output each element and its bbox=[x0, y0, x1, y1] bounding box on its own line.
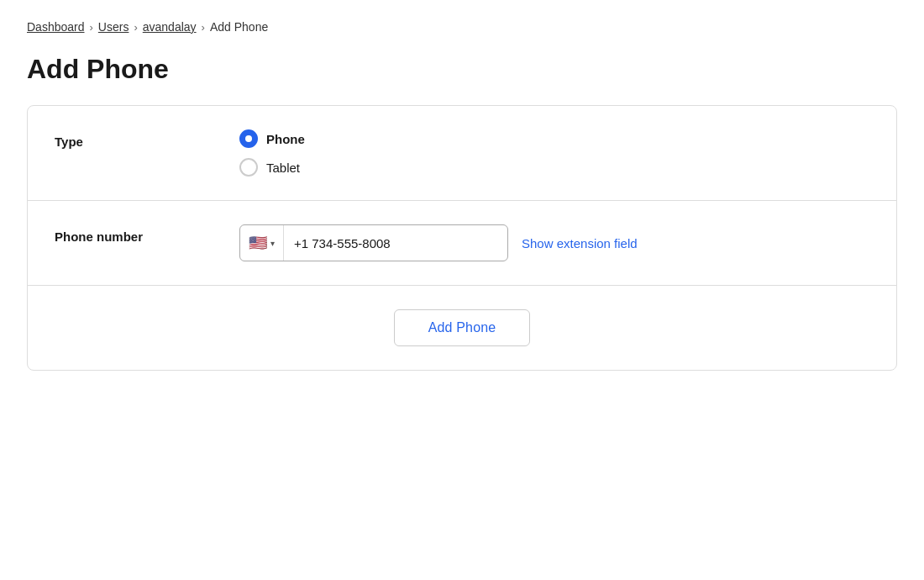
type-options: Phone Tablet bbox=[239, 129, 869, 177]
radio-tablet-input[interactable] bbox=[239, 158, 258, 177]
breadcrumb: Dashboard › Users › avandalay › Add Phon… bbox=[27, 20, 897, 34]
phone-flag-button[interactable]: 🇺🇸 ▾ bbox=[240, 225, 284, 261]
radio-option-phone[interactable]: Phone bbox=[239, 129, 869, 148]
breadcrumb-sep-2: › bbox=[134, 21, 137, 34]
page-title: Add Phone bbox=[27, 54, 897, 85]
breadcrumb-sep-1: › bbox=[90, 21, 93, 34]
radio-option-tablet[interactable]: Tablet bbox=[239, 158, 869, 177]
phone-number-label: Phone number bbox=[55, 224, 239, 244]
radio-phone-input[interactable] bbox=[239, 129, 258, 148]
breadcrumb-users[interactable]: Users bbox=[98, 20, 129, 34]
radio-tablet-label: Tablet bbox=[266, 161, 300, 175]
breadcrumb-dashboard[interactable]: Dashboard bbox=[27, 20, 85, 34]
show-extension-link[interactable]: Show extension field bbox=[522, 236, 638, 250]
type-label: Type bbox=[55, 129, 239, 149]
breadcrumb-avandalay[interactable]: avandalay bbox=[143, 20, 197, 34]
phone-row: 🇺🇸 ▾ Show extension field bbox=[239, 224, 869, 261]
phone-number-section: Phone number 🇺🇸 ▾ Show extension field bbox=[28, 201, 896, 286]
phone-input-wrapper: 🇺🇸 ▾ bbox=[239, 224, 508, 261]
radio-phone-label: Phone bbox=[266, 132, 305, 146]
breadcrumb-current: Add Phone bbox=[210, 20, 268, 34]
add-phone-button[interactable]: Add Phone bbox=[394, 309, 531, 346]
flag-dropdown-arrow: ▾ bbox=[270, 239, 275, 248]
breadcrumb-sep-3: › bbox=[202, 21, 205, 34]
phone-number-control: 🇺🇸 ▾ Show extension field bbox=[239, 224, 869, 261]
phone-text-input[interactable] bbox=[284, 225, 507, 261]
submit-section: Add Phone bbox=[28, 286, 896, 370]
type-section: Type Phone Tablet bbox=[28, 106, 896, 201]
form-card: Type Phone Tablet Phone number 🇺🇸 ▾ bbox=[27, 105, 897, 371]
flag-emoji: 🇺🇸 bbox=[249, 235, 267, 250]
